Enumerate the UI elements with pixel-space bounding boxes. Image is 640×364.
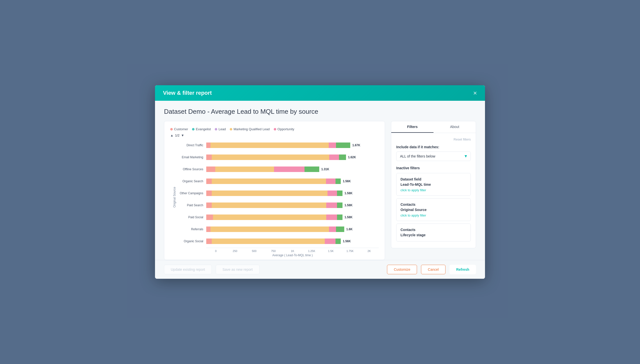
bar-row: Direct Traffic1.67K — [176, 140, 379, 151]
bar-row: Paid Search1.58K — [176, 200, 379, 211]
filter-cards: Dataset fieldLead-To-MQL time click to a… — [396, 173, 471, 242]
chart-legend: CustomerEvangelistLeadMarketing Qualifie… — [170, 127, 379, 131]
bar-segment — [210, 226, 329, 232]
bar-segments — [206, 214, 342, 220]
filter-card-0: Dataset fieldLead-To-MQL time click to a… — [396, 173, 471, 196]
bar-row: Organic Search1.56K — [176, 176, 379, 187]
bar-segment — [337, 214, 342, 220]
modal-title: View & filter report — [163, 90, 212, 96]
bar-segment — [206, 202, 212, 208]
x-tick: 1.25K — [302, 250, 321, 252]
bars-container: Direct Traffic1.67KEmail Marketing1.62KO… — [176, 140, 379, 248]
bar-value-label: 1.31K — [321, 168, 329, 171]
reset-filters-link[interactable]: Reset filters — [454, 138, 471, 141]
bar-segment — [213, 214, 326, 220]
bar-segment — [206, 166, 215, 172]
bar-label: Organic Search — [176, 180, 206, 183]
legend-dot-mql — [230, 128, 232, 130]
filter-match-select[interactable]: ALL of the filters belowANY of the filte… — [396, 152, 471, 161]
filter-card-2: ContactsLifecycle stage — [396, 224, 471, 242]
bar-row: Referrals1.6K — [176, 224, 379, 235]
bar-track: 1.56K — [206, 178, 379, 185]
x-tick: 1K — [283, 250, 302, 252]
save-new-report-button[interactable]: Save as new report — [216, 265, 260, 274]
bar-label: Paid Search — [176, 204, 206, 207]
bar-segment — [210, 142, 328, 148]
reset-filters-area: Reset filters — [396, 137, 471, 142]
chart-area: Original Source Direct Traffic1.67KEmail… — [170, 140, 379, 255]
update-report-button[interactable]: Update existing report — [164, 265, 212, 274]
bar-segment — [328, 190, 337, 196]
bar-segment — [212, 178, 326, 184]
bar-segment — [206, 238, 212, 244]
close-button[interactable]: × — [473, 90, 477, 96]
bar-track: 1.67K — [206, 142, 379, 149]
bar-segment — [215, 166, 274, 172]
bar-segment — [336, 178, 341, 184]
legend-dot-lead — [215, 128, 217, 130]
filter-card-1: ContactsOriginal Source click to apply f… — [396, 198, 471, 221]
bar-segment — [206, 142, 210, 148]
select-wrapper: ALL of the filters belowANY of the filte… — [396, 152, 471, 161]
legend-item-customer: Customer — [170, 127, 188, 131]
bar-segment — [329, 226, 336, 232]
modal-header: View & filter report × — [155, 85, 485, 101]
customize-button[interactable]: Customize — [387, 265, 417, 274]
prev-page-icon[interactable]: ▲ — [170, 134, 174, 137]
bar-segments — [206, 166, 319, 172]
bar-value-label: 1.6K — [346, 228, 352, 231]
bar-segments — [206, 202, 342, 208]
cancel-button[interactable]: Cancel — [421, 265, 446, 274]
bar-label: Other Campaigns — [176, 192, 206, 195]
legend-item-opportunity: Opportunity — [274, 127, 294, 131]
bar-segment — [337, 202, 342, 208]
bar-segments — [206, 154, 346, 160]
bar-segment — [336, 238, 341, 244]
bar-label: Direct Traffic — [176, 144, 206, 147]
filter-card-link[interactable]: click to apply filter — [400, 214, 466, 217]
modal-footer: Update existing report Save as new repor… — [155, 260, 485, 279]
tab-filters[interactable]: Filters — [391, 121, 434, 133]
bar-track: 1.31K — [206, 166, 379, 173]
bar-segment — [212, 202, 326, 208]
bar-segment — [212, 238, 325, 244]
x-tick: 0 — [206, 250, 226, 252]
x-axis-label: Average ( Lead-To-MQL time ) — [206, 254, 379, 257]
x-tick: 1.75K — [340, 250, 360, 252]
x-tick: 250 — [226, 250, 245, 252]
bar-row: Other Campaigns1.58K — [176, 188, 379, 199]
bar-track: 1.58K — [206, 202, 379, 209]
legend-item-lead: Lead — [215, 127, 226, 131]
bar-value-label: 1.67K — [352, 144, 360, 147]
x-tick: 500 — [244, 250, 264, 252]
bar-value-label: 1.62K — [348, 156, 356, 159]
next-page-icon[interactable]: ▼ — [181, 134, 184, 137]
bar-label: Organic Social — [176, 240, 206, 243]
refresh-button[interactable]: Refresh — [450, 265, 476, 274]
bar-segment — [336, 226, 344, 232]
y-axis-label: Original Source — [170, 140, 176, 255]
bar-segment — [337, 190, 342, 196]
chart-inner: Direct Traffic1.67KEmail Marketing1.62KO… — [176, 140, 379, 255]
modal-body: Dataset Demo - Average Lead to MQL time … — [155, 101, 485, 260]
bar-segment — [206, 178, 212, 184]
chart-panel: CustomerEvangelistLeadMarketing Qualifie… — [164, 121, 385, 260]
modal: View & filter report × Dataset Demo - Av… — [155, 85, 485, 279]
x-tick: 2K — [360, 250, 379, 252]
bar-segment — [206, 226, 210, 232]
x-tick: 750 — [264, 250, 283, 252]
bar-segment — [206, 154, 212, 160]
legend-dot-customer — [170, 128, 173, 130]
bar-segment — [326, 214, 337, 220]
filters-tabs: Filters About — [391, 121, 476, 133]
filter-card-title: ContactsOriginal Source — [400, 202, 466, 212]
legend-item-mql: Marketing Qualified Lead — [230, 127, 270, 131]
bar-segment — [274, 166, 304, 172]
report-title: Dataset Demo - Average Lead to MQL time … — [164, 108, 476, 116]
bar-value-label: 1.58K — [344, 192, 352, 195]
filter-card-link[interactable]: click to apply filter — [400, 188, 466, 192]
content-row: CustomerEvangelistLeadMarketing Qualifie… — [164, 121, 476, 260]
bar-label: Email Marketing — [176, 156, 206, 159]
modal-overlay: View & filter report × Dataset Demo - Av… — [0, 0, 640, 364]
tab-about[interactable]: About — [434, 121, 476, 133]
